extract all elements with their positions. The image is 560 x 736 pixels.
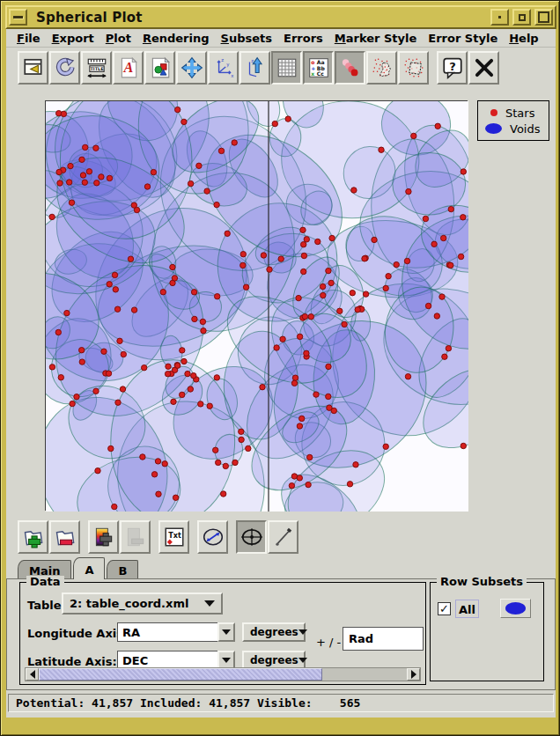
menu-error-style[interactable]: Error Style (423, 30, 503, 47)
longitude-axis-dropdown-button[interactable] (217, 622, 235, 642)
replot-button[interactable] (49, 51, 80, 85)
maximize-icon (538, 11, 549, 23)
window-shade-button[interactable] (490, 9, 509, 26)
window-maximize-button[interactable] (534, 9, 553, 26)
minimize-icon (519, 14, 526, 21)
plusminus-label: + / - (316, 636, 341, 649)
replot-icon (54, 56, 77, 79)
longitude-unit-value: degrees (250, 626, 298, 638)
axis-labels-button[interactable]: TITLE (81, 51, 112, 85)
subset-row: ✓ All (438, 599, 531, 618)
svg-text:Cc: Cc (316, 70, 323, 77)
tab-b[interactable]: B (107, 560, 138, 579)
data-horizontal-scrollbar[interactable] (25, 667, 421, 681)
stars-marker-icon (490, 109, 497, 116)
menu-subsets[interactable]: Subsets (216, 30, 277, 47)
blend-icon (339, 56, 362, 79)
longitude-unit-combo[interactable]: degrees (242, 622, 306, 642)
window-export-icon (22, 56, 45, 79)
window-minimize-button[interactable] (512, 9, 531, 26)
pan-button[interactable] (176, 51, 207, 85)
dataset-toolbar: Txt (6, 517, 556, 557)
help-button[interactable]: ? (437, 51, 468, 85)
table-combo[interactable]: 2: table_coord.xml (62, 592, 223, 615)
svg-text:x: x (311, 70, 314, 77)
subset-label-focus: All (455, 600, 479, 618)
vector-button[interactable] (268, 520, 298, 554)
window-title: Spherical Plot (36, 10, 143, 26)
subset-all-checkbox[interactable]: ✓ (438, 602, 451, 615)
triangle-left-icon (30, 670, 35, 679)
menu-plot[interactable]: Plot (100, 30, 136, 47)
menu-rendering[interactable]: Rendering (137, 30, 215, 47)
subset-all-label: All (459, 603, 475, 616)
table-label: Table: (27, 599, 66, 612)
menu-marker-style[interactable]: Marker Style (329, 30, 423, 47)
svg-text:z: z (251, 57, 254, 63)
export-pdf-button[interactable]: A (113, 51, 144, 85)
chevron-down-icon (222, 658, 231, 663)
longitude-axis-value: RA (117, 622, 217, 642)
plot-panel: StarsVoids (6, 87, 556, 517)
pdf-icon: A (117, 56, 140, 79)
export-image-button[interactable] (144, 51, 175, 85)
menu-export[interactable]: Export (47, 30, 99, 47)
title-bar[interactable]: Spherical Plot (5, 5, 556, 29)
legend-style-icon: oAa+BbxCc (307, 56, 330, 79)
vertical-axis-button[interactable]: z (239, 51, 270, 85)
scrollbar-thumb[interactable] (39, 668, 322, 681)
plot-legend: StarsVoids (477, 100, 549, 141)
legend-style-toggle[interactable]: oAa+BbxCc (303, 51, 334, 85)
add-dataset-button[interactable] (18, 520, 48, 554)
status-text: Potential: 41,857 Included: 41,857 Visib… (8, 694, 554, 712)
spherical-plot-canvas[interactable] (45, 100, 468, 511)
density-square-button[interactable] (398, 51, 429, 85)
scroll-right-button[interactable] (407, 668, 420, 681)
legend-item: Stars (485, 107, 549, 120)
row-subsets-group: Row Subsets ✓ All (430, 582, 544, 681)
triangle-right-icon (411, 670, 416, 679)
menu-file[interactable]: File (11, 30, 46, 47)
latitude-unit-value: degrees (250, 654, 298, 666)
scrollbar-track[interactable] (322, 668, 407, 681)
scroll-left-button[interactable] (26, 668, 39, 681)
axes-icon: zyx (212, 56, 235, 79)
add-aux-axis-button[interactable] (88, 520, 119, 554)
chevron-down-icon (222, 629, 231, 635)
grid-toggle[interactable] (271, 51, 302, 85)
aux-minus-icon (124, 526, 147, 548)
window-export-button[interactable] (18, 51, 48, 85)
remove-dataset-button[interactable] (49, 520, 80, 554)
menu-errors[interactable]: Errors (278, 30, 328, 47)
menu-help[interactable]: Help (504, 30, 543, 47)
transparency-toggle[interactable] (335, 51, 365, 85)
shade-icon (498, 16, 501, 18)
close-button[interactable] (468, 51, 499, 85)
chevron-down-icon (298, 629, 307, 635)
sphere-arrows-icon (202, 526, 225, 548)
svg-text:Txt: Txt (168, 531, 181, 540)
txt-label-icon: Txt (163, 526, 186, 548)
stick-icon (272, 526, 295, 548)
tab-a[interactable]: A (73, 557, 105, 579)
radius-field[interactable]: Rad (343, 627, 424, 651)
main-toolbar: TITLEAzyxzoAa+BbxCc? (6, 48, 556, 87)
ruler-title-icon: TITLE (85, 56, 108, 79)
axes-button[interactable]: zyx (208, 51, 239, 85)
chevron-down-icon (298, 658, 307, 663)
density-blob-button[interactable] (366, 51, 397, 85)
legend-label: Stars (505, 107, 534, 120)
aux-plus-icon (92, 526, 115, 548)
window-menu-button[interactable] (9, 9, 27, 26)
longitude-axis-combo[interactable]: RA (117, 622, 235, 642)
subset-marker-swatch[interactable] (500, 599, 531, 618)
pan-arrows-icon (181, 56, 203, 79)
window-client-area: FileExportPlotRenderingSubsetsErrorsMark… (6, 29, 556, 718)
image-icon (149, 56, 172, 79)
voids-marker-icon (485, 123, 502, 134)
folder-minus-icon (54, 526, 77, 548)
recenter-toggle[interactable] (236, 520, 267, 554)
legend-label: Voids (510, 122, 540, 136)
sphere-rotate-button[interactable] (197, 520, 228, 554)
add-label-button[interactable]: Txt (158, 520, 189, 554)
